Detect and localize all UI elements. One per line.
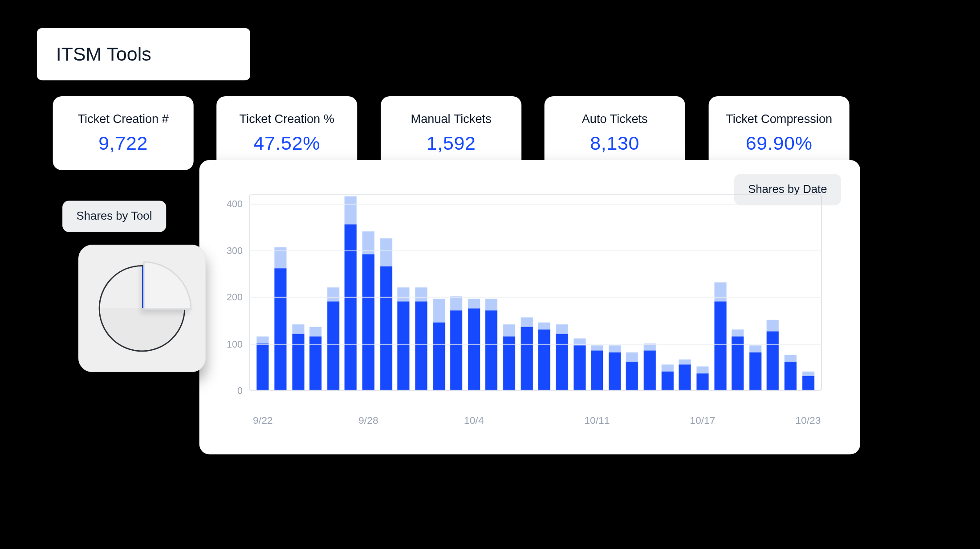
bar-slot [747, 194, 764, 390]
bar [767, 320, 779, 390]
y-tick-label: 0 [217, 385, 243, 396]
kpi-value: 1,592 [427, 132, 476, 154]
bar [309, 327, 321, 390]
bar-series [249, 194, 822, 390]
bar-slot [430, 194, 448, 390]
bar-slot [360, 194, 378, 390]
kpi-label: Ticket Compression [726, 112, 832, 126]
bar-slot [729, 194, 747, 390]
bar-slot [588, 194, 606, 390]
x-tick-label: 10/17 [690, 415, 715, 426]
x-tick-label: 10/11 [584, 415, 610, 426]
bar [679, 360, 691, 390]
bar [696, 367, 708, 390]
bar-slot [676, 194, 694, 390]
bar-slot [342, 194, 360, 390]
bar [714, 283, 726, 390]
kpi-ticket-compression: Ticket Compression 69.90% [709, 96, 850, 170]
bar [520, 318, 533, 390]
grid-line [249, 297, 822, 298]
x-tick-label: 10/23 [795, 415, 821, 426]
page-title: ITSM Tools [56, 43, 151, 65]
bar-slot [623, 194, 641, 390]
grid-line [249, 250, 822, 251]
bar [802, 371, 814, 390]
bar-slot [782, 194, 800, 390]
bar-slot [518, 194, 536, 390]
bar-slot [659, 194, 676, 390]
shares-by-date-panel: Shares by Date 9/229/2810/410/1110/1710/… [199, 160, 860, 455]
bar [556, 324, 568, 390]
kpi-label: Manual Tickets [411, 112, 492, 126]
bar-slot [307, 194, 325, 390]
kpi-value: 9,722 [98, 132, 148, 154]
kpi-ticket-creation-percent: Ticket Creation % 47.52% [216, 96, 357, 170]
y-tick-label: 100 [217, 339, 243, 349]
bar-slot [272, 194, 289, 390]
bar [732, 329, 744, 390]
bar [274, 247, 286, 390]
kpi-ticket-creation-count: Ticket Creation # 9,722 [53, 96, 194, 170]
bar [609, 346, 621, 390]
kpi-auto-tickets: Auto Tickets 8,130 [545, 96, 685, 170]
bar-slot [553, 194, 571, 390]
bar-slot [500, 194, 518, 390]
bar-slot [325, 194, 342, 390]
bar-slot [254, 194, 272, 390]
grid-line [249, 204, 822, 204]
bar-slot [764, 194, 782, 390]
bar [292, 324, 304, 390]
y-tick-label: 300 [217, 245, 243, 256]
bar [362, 231, 374, 390]
grid-line [249, 344, 822, 344]
y-tick-label: 400 [217, 198, 243, 209]
bar [626, 352, 638, 390]
x-axis-ticks: 9/229/2810/410/1110/1710/23 [249, 398, 822, 414]
kpi-value: 69.90% [746, 132, 813, 154]
bar [785, 355, 797, 390]
bar-slot [289, 194, 307, 390]
x-tick-label: 10/4 [464, 415, 484, 426]
page-title-card: ITSM Tools [37, 28, 250, 80]
x-tick-label: 9/22 [253, 415, 273, 426]
bar-slot [606, 194, 624, 390]
bar-slot [712, 194, 729, 390]
bar [503, 324, 515, 390]
kpi-label: Auto Tickets [582, 112, 648, 126]
bar [573, 339, 586, 390]
bar [327, 287, 339, 390]
kpi-manual-tickets: Manual Tickets 1,592 [381, 96, 521, 170]
bar-slot [412, 194, 430, 390]
bar-slot [465, 194, 483, 390]
bar [450, 296, 462, 390]
bar [661, 364, 673, 390]
bar [591, 346, 603, 390]
shares-by-tool-pie-card [78, 245, 206, 372]
kpi-label: Ticket Creation % [240, 112, 334, 126]
bar-slot [483, 194, 500, 390]
bar [398, 287, 410, 390]
bar-slot [377, 194, 395, 390]
bar [749, 346, 761, 390]
bar-slot [536, 194, 553, 390]
kpi-value: 47.52% [253, 132, 320, 154]
bar [644, 343, 656, 390]
bar [380, 238, 392, 390]
shares-by-tool-chip: Shares by Tool [62, 201, 166, 232]
bar [415, 287, 427, 390]
bar-chart: 9/229/2810/410/1110/1710/23 010020030040… [249, 194, 822, 403]
kpi-label: Ticket Creation # [78, 112, 169, 126]
bar [345, 196, 357, 390]
bar-slot [447, 194, 465, 390]
y-tick-label: 200 [217, 292, 243, 303]
bar-slot [571, 194, 589, 390]
bar [538, 322, 550, 390]
kpi-value: 8,130 [590, 132, 639, 154]
x-tick-label: 9/28 [358, 415, 378, 426]
shares-by-tool-label: Shares by Tool [77, 209, 152, 222]
bar-slot [641, 194, 659, 390]
pie-chart-icon [99, 265, 185, 352]
bar-slot [694, 194, 712, 390]
bar-slot [799, 194, 817, 390]
bar-slot [395, 194, 413, 390]
